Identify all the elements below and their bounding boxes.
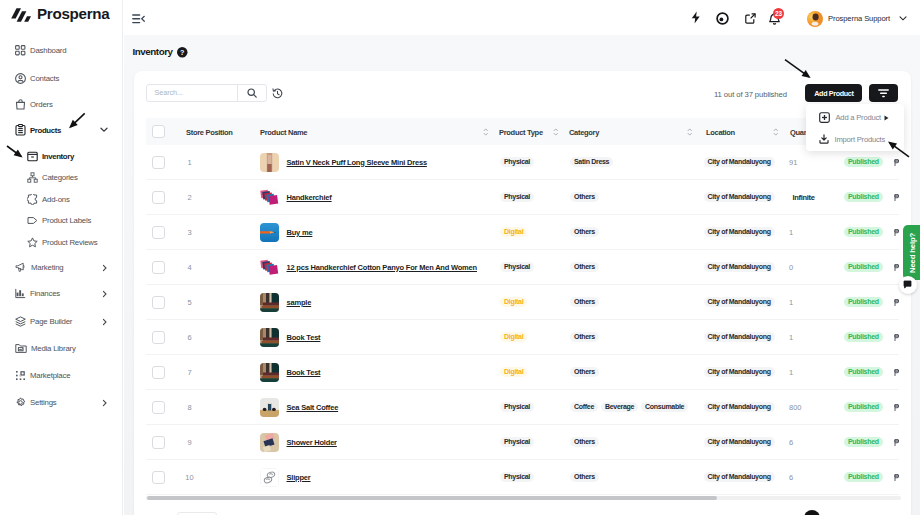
svg-text:?: ? — [180, 49, 184, 57]
